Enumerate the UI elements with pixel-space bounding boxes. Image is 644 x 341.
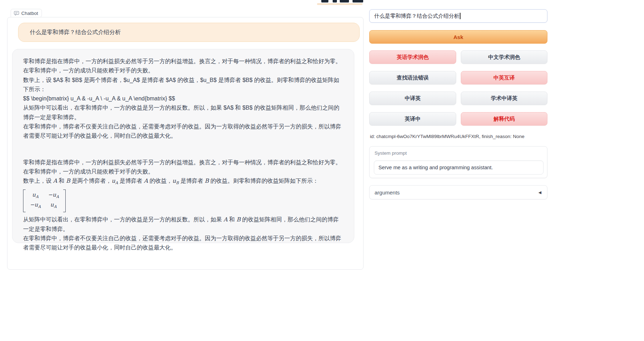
system-prompt-box: System prompt Serve me as a writing and …: [369, 146, 547, 178]
math-var: B: [236, 216, 241, 223]
control-column: 什么是零和博弈？结合公式介绍分析 Ask 英语学术润色 中文学术润色 查找语法错…: [369, 0, 547, 341]
bot-raw-paragraph-2: 数学上，设 $A$ 和 $B$ 是两个博弈者，$u_A$ 是博弈者 $A$ 的收…: [23, 76, 343, 94]
chatbot-panel: 什么是零和博弈？结合公式介绍分析 零和博弈是指在博弈中，一方的利益损失必然等于另…: [7, 17, 364, 270]
bot-rendered-paragraph-1: 零和博弈是指在博弈中，一方的利益损失必然等于另一方的利益增益。换言之，对于每一种…: [23, 158, 343, 177]
matrix-right-bracket: [63, 189, 66, 212]
math-var: u: [111, 177, 115, 184]
matrix-left-bracket: [23, 189, 26, 212]
math-var: A: [53, 177, 57, 184]
title-glyph-fragment: [333, 0, 337, 2]
title-glyph-fragment: [340, 0, 349, 2]
matrix-cell: uA: [32, 191, 39, 201]
button-academic-chinese-to-english[interactable]: 学术中译英: [461, 92, 547, 105]
payoff-matrix: uA −uA −uA uA: [23, 189, 66, 212]
user-message-text: 什么是零和博弈？结合公式介绍分析: [30, 29, 121, 36]
math-var: B: [205, 177, 209, 184]
arguments-accordion[interactable]: arguments ◀: [369, 185, 547, 199]
button-chinese-english-mutual-translate[interactable]: 中英互译: [461, 71, 547, 84]
math-var: A: [223, 216, 228, 223]
accordion-collapsed-arrow-icon: ◀: [539, 190, 541, 195]
title-underline: [317, 3, 362, 5]
text-cursor: [460, 13, 460, 19]
bot-raw-paragraph-1: 零和博弈是指在博弈中，一方的利益损失必然等于另一方的利益增益。换言之，对于每一种…: [23, 57, 343, 76]
title-glyph-fragment: [353, 0, 363, 2]
matrix-cell: −uA: [30, 201, 41, 211]
math-var: B: [66, 177, 70, 184]
bot-raw-formula: $$ \begin{bmatrix} u_A & -u_A \ -u_A & u…: [23, 94, 343, 103]
system-prompt-label: System prompt: [375, 150, 407, 156]
bot-message-section-gap: [23, 141, 343, 158]
cut-off-page-title: [317, 0, 367, 5]
bot-rendered-paragraph-3: 从矩阵中可以看出，在零和博弈中，一方的收益是另一方的相反数。所以，如果 A 和 …: [23, 215, 343, 234]
button-find-grammar-errors[interactable]: 查找语法错误: [369, 71, 456, 84]
ask-button-label: Ask: [453, 34, 463, 40]
button-english-to-chinese[interactable]: 英译中: [369, 112, 456, 126]
math-var: A: [144, 177, 148, 184]
app-root: Chatbot 什么是零和博弈？结合公式介绍分析 零和博弈是指在博弈中，一方的利…: [0, 0, 644, 341]
matrix-cell: uA: [50, 201, 56, 211]
question-input-value: 什么是零和博弈？结合公式介绍分析: [374, 13, 459, 20]
button-chinese-to-english[interactable]: 中译英: [369, 92, 456, 105]
system-prompt-value: Serve me as a writing and programming as…: [378, 165, 493, 170]
bot-rendered-paragraph-4: 在零和博弈中，博弈者不仅要关注自己的收益，还需要考虑对手的收益。因为一方取得的收…: [23, 234, 343, 253]
matrix-cell: −uA: [48, 191, 59, 201]
math-subscript: B: [176, 181, 179, 185]
arguments-accordion-label: arguments: [375, 189, 400, 196]
ask-button[interactable]: Ask: [369, 30, 547, 44]
button-english-academic-polish[interactable]: 英语学术润色: [369, 50, 456, 64]
bot-raw-paragraph-3: 从矩阵中可以看出，在零和博弈中，一方的收益是另一方的相反数。所以，如果 $A$ …: [23, 103, 343, 122]
title-glyph-fragment: [321, 0, 328, 2]
chat-bubble-icon: [14, 11, 19, 16]
math-var: u: [172, 177, 176, 184]
response-status-line: id: chatcmpl-6wOo7KrYTwMl89lbrMWRu4UkFFX…: [370, 134, 547, 139]
button-chinese-academic-polish[interactable]: 中文学术润色: [461, 50, 547, 64]
bot-raw-paragraph-4: 在零和博弈中，博弈者不仅要关注自己的收益，还需要考虑对手的收益。因为一方取得的收…: [23, 122, 343, 141]
system-prompt-input[interactable]: Serve me as a writing and programming as…: [374, 160, 544, 175]
bot-message-bubble[interactable]: 零和博弈是指在博弈中，一方的利益损失必然等于另一方的利益增益。换言之，对于每一种…: [12, 49, 354, 243]
user-message-bubble[interactable]: 什么是零和博弈？结合公式介绍分析: [18, 23, 360, 42]
function-button-grid: 英语学术润色 中文学术润色 查找语法错误 中英互译 中译英 学术中译英 英译中 …: [369, 50, 547, 126]
button-explain-code[interactable]: 解释代码: [461, 112, 547, 126]
bot-rendered-paragraph-2: 数学上，设 A 和 B 是两个博弈者，uA 是博弈者 A 的收益，uB 是博弈者…: [23, 176, 343, 188]
chatbot-panel-label: Chatbot: [11, 9, 42, 17]
chatbot-panel-label-text: Chatbot: [21, 11, 38, 16]
question-input[interactable]: 什么是零和博弈？结合公式介绍分析: [369, 9, 547, 23]
